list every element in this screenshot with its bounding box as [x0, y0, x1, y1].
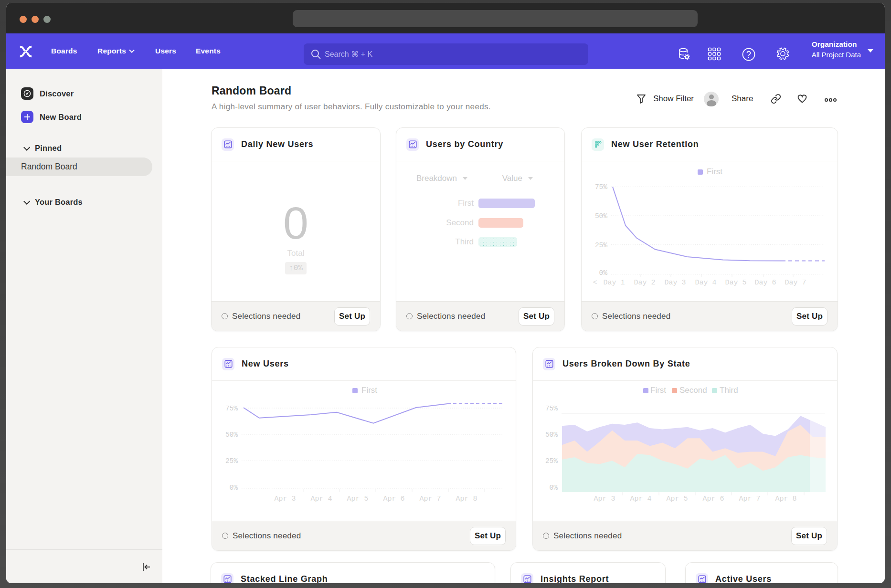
svg-text:50%: 50% [225, 431, 238, 439]
svg-text:Day 6: Day 6 [754, 279, 776, 287]
svg-text:Apr 5: Apr 5 [347, 495, 368, 503]
svg-text:Apr 8: Apr 8 [775, 495, 796, 503]
svg-text:Apr 6: Apr 6 [383, 495, 404, 503]
svg-text:Apr 7: Apr 7 [419, 495, 441, 503]
svg-text:0%: 0% [230, 484, 238, 492]
svg-text:Day 3: Day 3 [664, 279, 686, 287]
svg-text:Second: Second [679, 386, 707, 395]
svg-text:25%: 25% [545, 457, 558, 465]
svg-text:Day 2: Day 2 [634, 279, 655, 287]
svg-text:75%: 75% [225, 405, 238, 412]
svg-text:Apr 4: Apr 4 [630, 495, 651, 503]
svg-text:Day 5: Day 5 [725, 279, 746, 287]
svg-text:First: First [361, 386, 377, 395]
svg-text:Apr 3: Apr 3 [594, 495, 615, 503]
svg-text:50%: 50% [595, 212, 607, 220]
svg-text:Apr 4: Apr 4 [310, 495, 332, 503]
svg-text:25%: 25% [225, 457, 238, 465]
svg-text:First: First [650, 386, 666, 395]
svg-text:25%: 25% [595, 242, 607, 249]
svg-text:50%: 50% [545, 431, 558, 439]
svg-text:Third: Third [720, 386, 738, 395]
svg-text:75%: 75% [545, 405, 558, 412]
svg-text:0%: 0% [550, 484, 558, 492]
svg-text:Apr 7: Apr 7 [739, 495, 760, 503]
svg-text:Apr 8: Apr 8 [456, 495, 477, 503]
svg-text:First: First [707, 167, 722, 176]
svg-text:0%: 0% [599, 269, 608, 277]
svg-text:Apr 3: Apr 3 [274, 495, 296, 503]
svg-text:Day 4: Day 4 [695, 279, 716, 287]
svg-text:75%: 75% [595, 183, 607, 191]
svg-text:Day 1: Day 1 [603, 279, 625, 287]
svg-text:Day 7: Day 7 [785, 279, 806, 287]
svg-text:Apr 6: Apr 6 [702, 495, 724, 503]
svg-text:Apr 5: Apr 5 [666, 495, 688, 503]
svg-text:<: < [593, 279, 597, 287]
